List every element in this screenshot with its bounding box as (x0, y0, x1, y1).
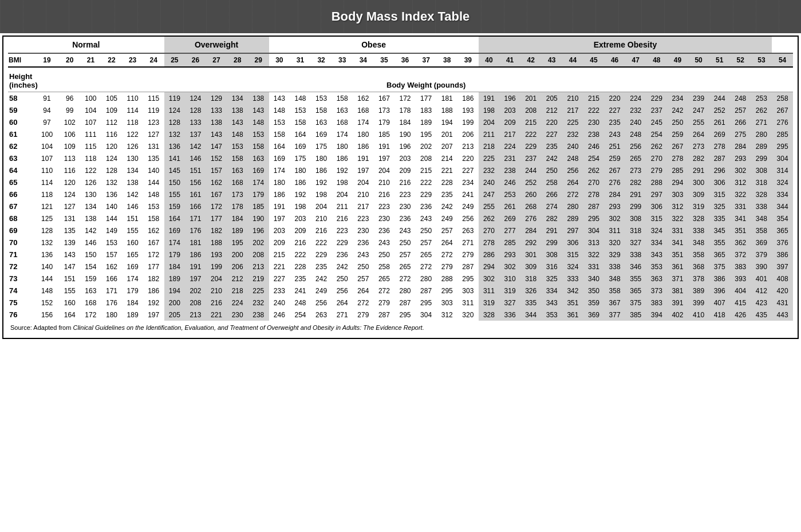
weight-value: 141 (164, 152, 186, 164)
weight-value: 276 (772, 116, 793, 128)
weight-value: 213 (185, 309, 206, 321)
weight-value: 404 (730, 285, 751, 297)
weight-value: 144 (101, 212, 123, 224)
weight-value: 205 (541, 92, 562, 105)
weight-value: 331 (583, 261, 605, 273)
weight-value: 250 (353, 261, 374, 273)
weight-value: 177 (206, 212, 227, 224)
weight-value: 341 (667, 237, 688, 249)
weight-value: 197 (374, 152, 395, 164)
weight-value: 119 (164, 92, 186, 105)
table-row: 6611812413013614214815516116717317918619… (8, 188, 793, 200)
weight-value: 144 (35, 273, 60, 285)
weight-value: 246 (499, 176, 520, 188)
weight-value: 299 (751, 152, 772, 164)
weight-value: 138 (122, 176, 143, 188)
weight-value: 318 (520, 273, 542, 285)
weight-value: 351 (730, 224, 751, 237)
weight-value: 308 (541, 249, 562, 261)
weight-value: 158 (227, 152, 248, 164)
bmi-33: 33 (332, 53, 353, 67)
weight-value: 243 (604, 128, 625, 140)
weight-value: 287 (457, 261, 479, 273)
weight-value: 243 (353, 249, 374, 261)
weight-value: 326 (520, 285, 542, 297)
weight-value: 128 (101, 164, 123, 176)
table-row: 7113614315015716517217918619320020821522… (8, 249, 793, 261)
height-value: 66 (8, 188, 35, 200)
weight-value: 320 (604, 237, 625, 249)
weight-value: 394 (646, 309, 668, 321)
weight-value: 386 (772, 249, 793, 261)
weight-value: 303 (436, 297, 457, 309)
weight-value: 391 (667, 297, 688, 309)
weight-value: 136 (164, 140, 186, 152)
weight-value: 146 (122, 200, 143, 212)
weight-value: 168 (353, 104, 374, 116)
weight-value: 329 (604, 249, 625, 261)
weight-value: 223 (374, 200, 395, 212)
weight-value: 243 (416, 212, 437, 224)
weight-value: 206 (457, 128, 479, 140)
weight-value: 176 (101, 297, 123, 309)
weight-value: 285 (772, 128, 793, 140)
weight-value: 216 (374, 188, 395, 200)
weight-value: 211 (332, 200, 353, 212)
weight-value: 192 (311, 176, 332, 188)
weight-value: 212 (541, 104, 562, 116)
bmi-29: 29 (248, 53, 269, 67)
weight-value: 214 (436, 152, 457, 164)
weight-value: 97 (35, 116, 60, 128)
weight-value: 354 (772, 212, 793, 224)
bmi-34: 34 (353, 53, 374, 67)
weight-value: 174 (248, 176, 269, 188)
weight-value: 150 (164, 176, 186, 188)
weight-value: 375 (625, 297, 646, 309)
weight-value: 246 (583, 140, 605, 152)
weight-value: 203 (290, 212, 311, 224)
weight-value: 118 (122, 116, 143, 128)
weight-value: 155 (164, 188, 186, 200)
bmi-28: 28 (227, 53, 248, 67)
weight-value: 367 (604, 297, 625, 309)
weight-value: 222 (520, 128, 542, 140)
bmi-22: 22 (101, 53, 123, 67)
table-row: 6912813514214915516216917618218919620320… (8, 224, 793, 237)
weight-value: 204 (479, 116, 500, 128)
height-value: 67 (8, 200, 35, 212)
weight-value: 167 (143, 237, 164, 249)
weight-value: 265 (416, 249, 437, 261)
weight-value: 279 (374, 297, 395, 309)
weight-value: 284 (604, 188, 625, 200)
weight-value: 244 (520, 164, 542, 176)
weight-value: 158 (143, 212, 164, 224)
weight-value: 129 (206, 92, 227, 105)
weight-value: 238 (248, 309, 269, 321)
weight-value: 250 (332, 273, 353, 285)
weight-value: 148 (248, 116, 269, 128)
height-value: 64 (8, 164, 35, 176)
weight-value: 208 (416, 152, 437, 164)
table-row: 7314415115916617418218919720421221922723… (8, 273, 793, 285)
weight-value: 198 (479, 104, 500, 116)
weight-value: 240 (269, 297, 290, 309)
weight-value: 247 (688, 104, 709, 116)
weight-value: 184 (394, 116, 416, 128)
weight-value: 128 (185, 104, 206, 116)
weight-value: 143 (269, 92, 290, 105)
weight-value: 236 (394, 212, 416, 224)
weight-value: 304 (772, 152, 793, 164)
weight-value: 240 (479, 176, 500, 188)
table-row: 5891961001051101151191241291341381431481… (8, 92, 793, 105)
weight-value: 198 (290, 200, 311, 212)
weight-value: 180 (332, 140, 353, 152)
weight-value: 257 (416, 237, 437, 249)
height-value: 59 (8, 104, 35, 116)
weight-value: 164 (290, 128, 311, 140)
weight-value: 311 (604, 224, 625, 237)
weight-value: 234 (667, 92, 688, 105)
weight-value: 142 (122, 188, 143, 200)
weight-value: 225 (479, 152, 500, 164)
weight-value: 264 (353, 285, 374, 297)
weight-value: 145 (164, 164, 186, 176)
